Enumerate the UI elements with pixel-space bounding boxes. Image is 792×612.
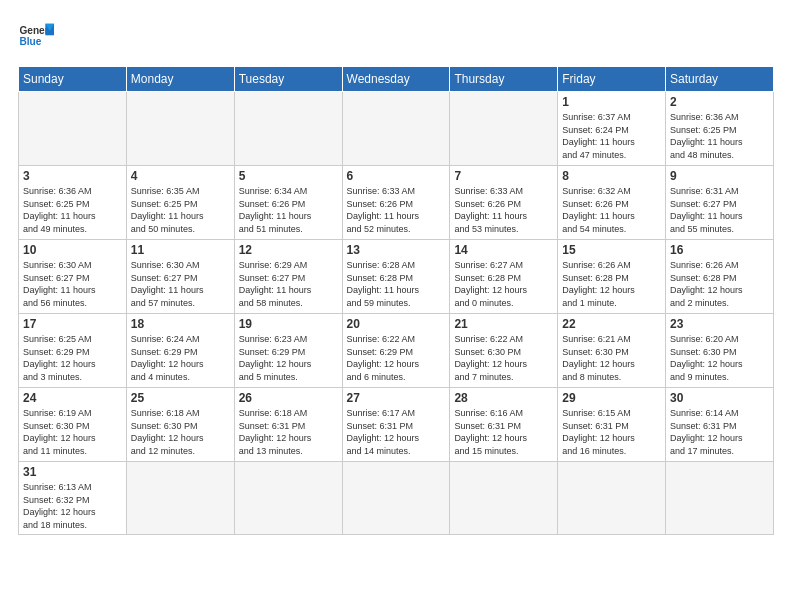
day-number: 28 [454, 391, 553, 405]
calendar-cell: 6Sunrise: 6:33 AM Sunset: 6:26 PM Daylig… [342, 166, 450, 240]
day-info: Sunrise: 6:22 AM Sunset: 6:30 PM Dayligh… [454, 333, 553, 383]
calendar-table: SundayMondayTuesdayWednesdayThursdayFrid… [18, 66, 774, 535]
day-number: 20 [347, 317, 446, 331]
calendar-cell: 3Sunrise: 6:36 AM Sunset: 6:25 PM Daylig… [19, 166, 127, 240]
day-number: 9 [670, 169, 769, 183]
calendar-cell: 29Sunrise: 6:15 AM Sunset: 6:31 PM Dayli… [558, 388, 666, 462]
day-number: 27 [347, 391, 446, 405]
day-info: Sunrise: 6:35 AM Sunset: 6:25 PM Dayligh… [131, 185, 230, 235]
calendar-cell [126, 92, 234, 166]
weekday-header-saturday: Saturday [666, 67, 774, 92]
week-row-1: 3Sunrise: 6:36 AM Sunset: 6:25 PM Daylig… [19, 166, 774, 240]
day-number: 22 [562, 317, 661, 331]
calendar-cell: 17Sunrise: 6:25 AM Sunset: 6:29 PM Dayli… [19, 314, 127, 388]
calendar-cell: 25Sunrise: 6:18 AM Sunset: 6:30 PM Dayli… [126, 388, 234, 462]
calendar-cell: 20Sunrise: 6:22 AM Sunset: 6:29 PM Dayli… [342, 314, 450, 388]
weekday-header-thursday: Thursday [450, 67, 558, 92]
day-info: Sunrise: 6:15 AM Sunset: 6:31 PM Dayligh… [562, 407, 661, 457]
day-info: Sunrise: 6:18 AM Sunset: 6:30 PM Dayligh… [131, 407, 230, 457]
day-info: Sunrise: 6:29 AM Sunset: 6:27 PM Dayligh… [239, 259, 338, 309]
day-info: Sunrise: 6:33 AM Sunset: 6:26 PM Dayligh… [347, 185, 446, 235]
weekday-header-friday: Friday [558, 67, 666, 92]
day-number: 1 [562, 95, 661, 109]
day-info: Sunrise: 6:26 AM Sunset: 6:28 PM Dayligh… [670, 259, 769, 309]
calendar-cell: 14Sunrise: 6:27 AM Sunset: 6:28 PM Dayli… [450, 240, 558, 314]
calendar-cell [19, 92, 127, 166]
weekday-header-sunday: Sunday [19, 67, 127, 92]
day-number: 21 [454, 317, 553, 331]
calendar-cell: 1Sunrise: 6:37 AM Sunset: 6:24 PM Daylig… [558, 92, 666, 166]
day-number: 7 [454, 169, 553, 183]
calendar-cell: 31Sunrise: 6:13 AM Sunset: 6:32 PM Dayli… [19, 462, 127, 535]
day-info: Sunrise: 6:23 AM Sunset: 6:29 PM Dayligh… [239, 333, 338, 383]
calendar-body: 1Sunrise: 6:37 AM Sunset: 6:24 PM Daylig… [19, 92, 774, 535]
calendar-cell: 28Sunrise: 6:16 AM Sunset: 6:31 PM Dayli… [450, 388, 558, 462]
day-info: Sunrise: 6:32 AM Sunset: 6:26 PM Dayligh… [562, 185, 661, 235]
calendar-cell: 10Sunrise: 6:30 AM Sunset: 6:27 PM Dayli… [19, 240, 127, 314]
day-number: 17 [23, 317, 122, 331]
week-row-4: 24Sunrise: 6:19 AM Sunset: 6:30 PM Dayli… [19, 388, 774, 462]
day-number: 5 [239, 169, 338, 183]
calendar-cell: 19Sunrise: 6:23 AM Sunset: 6:29 PM Dayli… [234, 314, 342, 388]
day-number: 23 [670, 317, 769, 331]
weekday-header-tuesday: Tuesday [234, 67, 342, 92]
calendar-cell [234, 92, 342, 166]
week-row-5: 31Sunrise: 6:13 AM Sunset: 6:32 PM Dayli… [19, 462, 774, 535]
day-info: Sunrise: 6:21 AM Sunset: 6:30 PM Dayligh… [562, 333, 661, 383]
day-info: Sunrise: 6:20 AM Sunset: 6:30 PM Dayligh… [670, 333, 769, 383]
day-number: 13 [347, 243, 446, 257]
day-info: Sunrise: 6:18 AM Sunset: 6:31 PM Dayligh… [239, 407, 338, 457]
calendar-cell: 23Sunrise: 6:20 AM Sunset: 6:30 PM Dayli… [666, 314, 774, 388]
day-info: Sunrise: 6:16 AM Sunset: 6:31 PM Dayligh… [454, 407, 553, 457]
day-info: Sunrise: 6:14 AM Sunset: 6:31 PM Dayligh… [670, 407, 769, 457]
calendar-cell: 27Sunrise: 6:17 AM Sunset: 6:31 PM Dayli… [342, 388, 450, 462]
day-info: Sunrise: 6:24 AM Sunset: 6:29 PM Dayligh… [131, 333, 230, 383]
calendar-cell [342, 462, 450, 535]
calendar-cell [666, 462, 774, 535]
day-number: 18 [131, 317, 230, 331]
calendar-cell: 4Sunrise: 6:35 AM Sunset: 6:25 PM Daylig… [126, 166, 234, 240]
calendar-header: SundayMondayTuesdayWednesdayThursdayFrid… [19, 67, 774, 92]
weekday-header-wednesday: Wednesday [342, 67, 450, 92]
calendar-cell: 2Sunrise: 6:36 AM Sunset: 6:25 PM Daylig… [666, 92, 774, 166]
calendar-cell: 8Sunrise: 6:32 AM Sunset: 6:26 PM Daylig… [558, 166, 666, 240]
day-number: 26 [239, 391, 338, 405]
day-number: 31 [23, 465, 122, 479]
day-info: Sunrise: 6:31 AM Sunset: 6:27 PM Dayligh… [670, 185, 769, 235]
day-info: Sunrise: 6:36 AM Sunset: 6:25 PM Dayligh… [670, 111, 769, 161]
day-number: 16 [670, 243, 769, 257]
day-number: 6 [347, 169, 446, 183]
day-number: 24 [23, 391, 122, 405]
calendar-cell: 9Sunrise: 6:31 AM Sunset: 6:27 PM Daylig… [666, 166, 774, 240]
day-info: Sunrise: 6:25 AM Sunset: 6:29 PM Dayligh… [23, 333, 122, 383]
calendar-cell: 5Sunrise: 6:34 AM Sunset: 6:26 PM Daylig… [234, 166, 342, 240]
calendar-cell: 22Sunrise: 6:21 AM Sunset: 6:30 PM Dayli… [558, 314, 666, 388]
calendar-cell [126, 462, 234, 535]
calendar-cell [234, 462, 342, 535]
weekday-row: SundayMondayTuesdayWednesdayThursdayFrid… [19, 67, 774, 92]
calendar-cell: 7Sunrise: 6:33 AM Sunset: 6:26 PM Daylig… [450, 166, 558, 240]
calendar-cell [342, 92, 450, 166]
calendar-cell [450, 92, 558, 166]
day-number: 25 [131, 391, 230, 405]
day-number: 29 [562, 391, 661, 405]
calendar-cell: 26Sunrise: 6:18 AM Sunset: 6:31 PM Dayli… [234, 388, 342, 462]
calendar-cell: 11Sunrise: 6:30 AM Sunset: 6:27 PM Dayli… [126, 240, 234, 314]
day-info: Sunrise: 6:17 AM Sunset: 6:31 PM Dayligh… [347, 407, 446, 457]
day-info: Sunrise: 6:36 AM Sunset: 6:25 PM Dayligh… [23, 185, 122, 235]
calendar-cell: 21Sunrise: 6:22 AM Sunset: 6:30 PM Dayli… [450, 314, 558, 388]
day-number: 19 [239, 317, 338, 331]
calendar-cell [558, 462, 666, 535]
day-info: Sunrise: 6:30 AM Sunset: 6:27 PM Dayligh… [131, 259, 230, 309]
day-info: Sunrise: 6:22 AM Sunset: 6:29 PM Dayligh… [347, 333, 446, 383]
header: General Blue [18, 18, 774, 54]
day-info: Sunrise: 6:28 AM Sunset: 6:28 PM Dayligh… [347, 259, 446, 309]
day-info: Sunrise: 6:27 AM Sunset: 6:28 PM Dayligh… [454, 259, 553, 309]
week-row-2: 10Sunrise: 6:30 AM Sunset: 6:27 PM Dayli… [19, 240, 774, 314]
day-number: 12 [239, 243, 338, 257]
day-info: Sunrise: 6:26 AM Sunset: 6:28 PM Dayligh… [562, 259, 661, 309]
day-number: 30 [670, 391, 769, 405]
day-number: 4 [131, 169, 230, 183]
calendar-cell: 13Sunrise: 6:28 AM Sunset: 6:28 PM Dayli… [342, 240, 450, 314]
day-info: Sunrise: 6:33 AM Sunset: 6:26 PM Dayligh… [454, 185, 553, 235]
